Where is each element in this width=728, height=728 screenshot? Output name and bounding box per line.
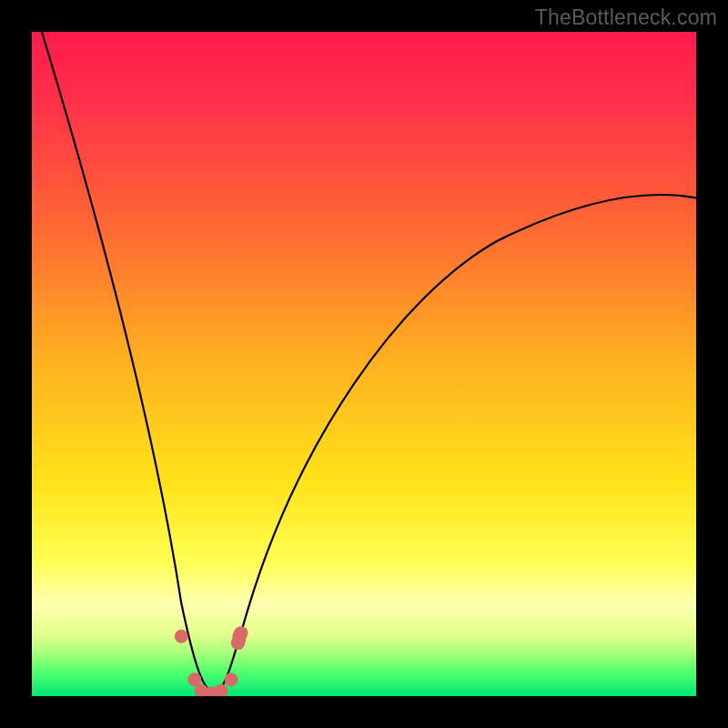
chart-frame: TheBottleneck.com — [0, 0, 728, 728]
valley-dot — [232, 627, 246, 649]
attribution-text: TheBottleneck.com — [535, 5, 717, 30]
valley-dot — [215, 684, 228, 696]
valley-dots — [175, 626, 248, 696]
bottleneck-curve — [32, 32, 696, 696]
plot-area — [32, 32, 696, 696]
curve-path — [42, 32, 696, 693]
valley-dot — [225, 672, 238, 686]
valley-dot — [175, 630, 188, 643]
